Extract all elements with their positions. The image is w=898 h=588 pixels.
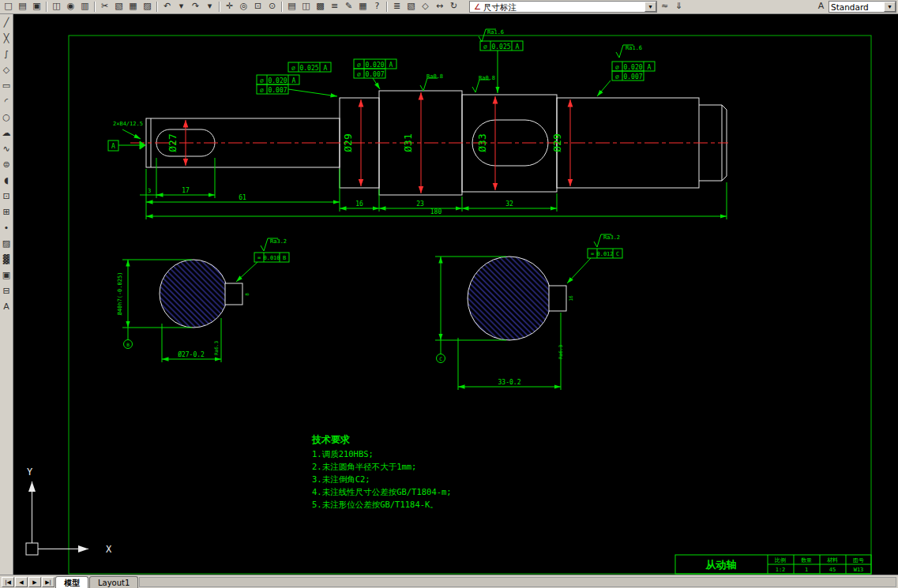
f7-symbol: ⌀ <box>615 64 619 71</box>
sheet-set-manager-icon[interactable]: ≡ <box>328 1 341 13</box>
layer-properties-icon[interactable]: ≣ <box>390 1 404 13</box>
f5-value: 0.007 <box>365 71 384 78</box>
dim-style-combo[interactable]: ∠ 尺寸标注 ▾ <box>469 1 657 13</box>
redo-dropdown-icon[interactable]: ▾ <box>203 1 216 13</box>
left-cross-section: 8 B Ø40h7(-0.025) Ø27-0.2 Ra3.2 = 0.010 <box>117 238 289 362</box>
hatch-icon[interactable]: ▨ <box>1 237 13 253</box>
object-snap-icon[interactable]: ◇ <box>419 1 432 13</box>
designcenter-icon[interactable]: ◫ <box>299 1 313 13</box>
zoom-realtime-icon[interactable]: ◎ <box>237 1 250 13</box>
tab-nav-next-button[interactable]: ▶ <box>28 577 41 587</box>
dim-text-61: 61 <box>239 194 246 201</box>
redo-icon[interactable]: ↷ <box>189 1 202 13</box>
f6-symbol: ⌀ <box>483 43 487 51</box>
roughness-text-r3: Ra1.6 <box>487 29 504 36</box>
tab-layout1[interactable]: Layout1 <box>89 576 138 588</box>
zoom-window-icon[interactable]: ⊡ <box>251 1 265 13</box>
construction-line-icon[interactable]: ╳ <box>1 32 13 47</box>
cut-icon[interactable]: ✂ <box>98 1 111 13</box>
plot-icon[interactable]: ◫ <box>50 1 63 13</box>
region-icon[interactable]: ▣ <box>1 268 13 284</box>
ellipse-icon[interactable]: ⊜ <box>1 158 13 174</box>
title-header-material: 材料 <box>827 557 838 564</box>
redraw-icon[interactable]: ↻ <box>447 1 460 13</box>
dim-reassociate-icon[interactable]: ⇓ <box>672 1 686 13</box>
dia-label-33: Ø33 <box>476 133 488 152</box>
tech-line-1: 1.调质210HBS; <box>312 449 374 459</box>
keyway-width-right: 16 <box>568 295 573 301</box>
paste-icon[interactable]: ▦ <box>126 1 140 13</box>
roughness-text-r6: Ra3.2 <box>603 234 620 241</box>
title-header-qty: 数量 <box>801 557 812 564</box>
ellipse-arc-icon[interactable]: ◖ <box>1 174 13 189</box>
section-circle-right <box>468 257 551 340</box>
text-style-value: Standard <box>831 2 869 13</box>
dim-text-23: 23 <box>416 200 424 208</box>
center-hole-note: 2×B4/12.5 <box>113 121 143 127</box>
tab-nav-first-button[interactable]: |◀ <box>2 577 14 587</box>
markup-set-manager-icon[interactable]: ✎ <box>342 1 355 13</box>
table-icon[interactable]: ⊟ <box>1 284 13 300</box>
f3-symbol: ⌀ <box>260 87 264 94</box>
open-file-icon[interactable]: ▤ <box>16 1 29 13</box>
undo-dropdown-icon[interactable]: ▾ <box>175 1 188 13</box>
datum-c-label: C <box>439 356 442 361</box>
spline-icon[interactable]: ∿ <box>1 142 13 158</box>
tab-layout1-label: Layout1 <box>98 578 130 588</box>
tab-model[interactable]: 模型 <box>55 576 88 588</box>
properties-icon[interactable]: ▤ <box>285 1 299 13</box>
tab-scroll-track[interactable] <box>139 577 896 587</box>
roughness-text-r2: Ra0.8 <box>479 75 495 81</box>
title-value-qty: 1 <box>805 567 808 573</box>
insert-block-icon[interactable]: ⊡ <box>1 189 13 205</box>
dia-label-29a: Ø29 <box>342 133 354 152</box>
copy-icon[interactable]: ▧ <box>112 1 126 13</box>
f5-symbol: ⌀ <box>357 71 361 78</box>
title-block: 从动轴 比例 数量 材料 图号 1:2 1 45 W13 <box>675 555 871 574</box>
text-style-icon[interactable]: A <box>814 1 828 13</box>
match-properties-icon[interactable]: ▨ <box>141 1 154 13</box>
roughness-text-r1: Ra0.8 <box>426 73 443 80</box>
f2-datum: A <box>292 77 296 84</box>
new-file-icon[interactable]: □ <box>2 1 15 13</box>
save-icon[interactable]: ▣ <box>30 1 43 13</box>
dim-style-icon: ∠ <box>472 2 483 13</box>
top-toolbar: □▤▣◫◉▥✂▧▦▨↶▾↷▾✛◎⊡⊙▤◫▩≡✎▦?≣▧◇↔↻ ∠ 尺寸标注 ▾ … <box>0 0 898 14</box>
tab-nav-last-button[interactable]: ▶| <box>42 577 54 587</box>
arc-icon[interactable]: ◜ <box>1 95 13 110</box>
distance-icon[interactable]: ↔ <box>433 1 446 13</box>
roughness-text-r7: Ra6.3 <box>213 341 219 355</box>
toolbar-separator <box>281 2 283 12</box>
tab-nav-prev-button[interactable]: ◀ <box>15 577 28 587</box>
rectangle-icon[interactable]: ▭ <box>1 79 13 95</box>
zoom-previous-icon[interactable]: ⊙ <box>265 1 279 13</box>
model-space-canvas[interactable]: 从动轴 比例 数量 材料 图号 1:2 1 45 W13 <box>13 14 898 575</box>
title-value-dwgno: W13 <box>854 567 864 573</box>
part-name: 从动轴 <box>705 559 737 571</box>
layer-control-icon[interactable]: ▧ <box>404 1 418 13</box>
tab-model-label: 模型 <box>64 578 80 588</box>
roughness-symbol-r1 <box>420 78 438 91</box>
point-icon[interactable]: ∙ <box>1 221 13 237</box>
line-icon[interactable]: ╱ <box>1 16 13 32</box>
dia-label-27: Ø27 <box>167 133 178 152</box>
tool-palettes-icon[interactable]: ▩ <box>314 1 327 13</box>
publish-icon[interactable]: ▥ <box>78 1 92 13</box>
quickcalc-icon[interactable]: ▦ <box>356 1 370 13</box>
dim-combo-dropdown-icon[interactable]: ▾ <box>644 2 656 12</box>
multiline-text-icon[interactable]: A <box>1 300 13 316</box>
plot-preview-icon[interactable]: ◉ <box>64 1 77 13</box>
polyline-icon[interactable]: ∫ <box>1 47 13 63</box>
revision-cloud-icon[interactable]: ☁ <box>1 126 13 142</box>
text-style-combo[interactable]: Standard ▾ <box>828 1 896 13</box>
help-icon[interactable]: ? <box>370 1 384 13</box>
style-combo-dropdown-icon[interactable]: ▾ <box>884 2 896 12</box>
roughness-symbol-r2 <box>472 80 490 92</box>
undo-icon[interactable]: ↶ <box>160 1 174 13</box>
make-block-icon[interactable]: ⊞ <box>1 205 13 221</box>
gradient-icon[interactable]: ▓ <box>1 253 13 268</box>
pan-icon[interactable]: ✛ <box>223 1 236 13</box>
dim-update-icon[interactable]: ≈ <box>658 1 671 13</box>
polygon-icon[interactable]: ◇ <box>1 63 13 79</box>
circle-icon[interactable]: ○ <box>1 110 13 126</box>
